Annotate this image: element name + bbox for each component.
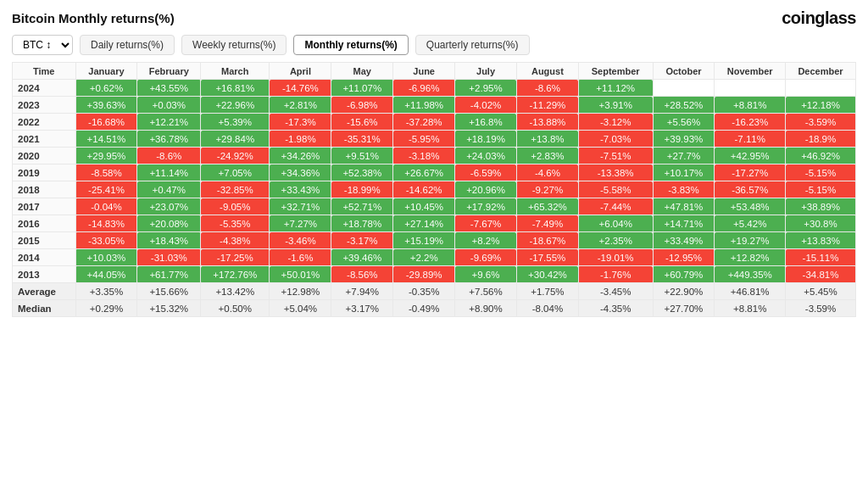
average-cell: +7.94% — [331, 283, 393, 300]
data-cell: +12.21% — [137, 114, 201, 131]
data-cell: +10.45% — [393, 198, 455, 215]
data-cell: +26.67% — [393, 164, 455, 181]
asset-selector[interactable]: BTC ↕ — [12, 35, 73, 55]
col-may: May — [331, 63, 393, 80]
data-cell: -31.03% — [137, 249, 201, 266]
data-cell: +10.03% — [75, 249, 137, 266]
average-cell: +12.98% — [270, 283, 331, 300]
data-cell: -5.95% — [393, 131, 455, 148]
header-row: Bitcoin Monthly returns(%) coinglass — [12, 8, 856, 28]
data-cell: +39.46% — [331, 249, 393, 266]
col-feb: February — [137, 63, 201, 80]
data-cell: +11.14% — [137, 164, 201, 181]
data-cell: -18.67% — [516, 232, 578, 249]
data-cell: +20.96% — [455, 181, 517, 198]
year-cell: 2023 — [13, 97, 76, 114]
data-cell: +29.84% — [201, 131, 270, 148]
col-nov: November — [715, 63, 786, 80]
data-cell: -1.6% — [270, 249, 331, 266]
data-cell: -3.12% — [578, 114, 653, 131]
table-row: 2024+0.62%+43.55%+16.81%-14.76%+11.07%-6… — [13, 80, 856, 97]
data-cell: -12.95% — [653, 249, 715, 266]
data-cell: -6.59% — [455, 164, 517, 181]
table-row: 2016-14.83%+20.08%-5.35%+7.27%+18.78%+27… — [13, 215, 856, 232]
data-cell: -8.6% — [137, 148, 201, 164]
year-cell: 2014 — [13, 249, 76, 266]
controls-row: BTC ↕ Daily returns(%) Weekly returns(%)… — [12, 35, 856, 55]
data-cell: +13.8% — [516, 131, 578, 148]
average-cell: +1.75% — [516, 283, 578, 300]
data-cell: +39.63% — [75, 97, 137, 114]
data-cell: -17.55% — [516, 249, 578, 266]
average-cell: +46.81% — [715, 283, 786, 300]
data-cell: +34.26% — [270, 148, 331, 164]
data-cell: -4.38% — [201, 232, 270, 249]
col-mar: March — [201, 63, 270, 80]
data-cell: +30.8% — [786, 215, 856, 232]
data-cell: +52.38% — [331, 164, 393, 181]
data-cell: +18.78% — [331, 215, 393, 232]
data-cell: -3.83% — [653, 181, 715, 198]
data-cell: -8.6% — [516, 80, 578, 97]
data-cell: +12.82% — [715, 249, 786, 266]
data-cell: -15.11% — [786, 249, 856, 266]
data-cell: +11.07% — [331, 80, 393, 97]
data-cell: +15.19% — [393, 232, 455, 249]
data-cell: -9.27% — [516, 181, 578, 198]
year-cell: 2021 — [13, 131, 76, 148]
data-cell: +0.62% — [75, 80, 137, 97]
data-cell: -6.98% — [331, 97, 393, 114]
data-cell: +60.79% — [653, 266, 715, 283]
year-cell: 2022 — [13, 114, 76, 131]
data-cell: -17.25% — [201, 249, 270, 266]
col-jan: January — [75, 63, 137, 80]
data-cell: +2.81% — [270, 97, 331, 114]
data-cell: -5.15% — [786, 181, 856, 198]
data-cell: -25.41% — [75, 181, 137, 198]
data-cell: +61.77% — [137, 266, 201, 283]
average-cell: +3.35% — [75, 283, 137, 300]
data-cell: +29.95% — [75, 148, 137, 164]
data-cell: +5.39% — [201, 114, 270, 131]
year-cell: 2017 — [13, 198, 76, 215]
table-header-row: Time January February March April May Ju… — [13, 63, 856, 80]
data-cell: +22.96% — [201, 97, 270, 114]
year-cell: 2024 — [13, 80, 76, 97]
data-cell: -5.58% — [578, 181, 653, 198]
year-cell: 2015 — [13, 232, 76, 249]
data-cell: +9.51% — [331, 148, 393, 164]
data-cell: -7.03% — [578, 131, 653, 148]
tab-monthly[interactable]: Monthly returns(%) — [293, 35, 408, 55]
data-cell: -37.28% — [393, 114, 455, 131]
data-cell: -9.69% — [455, 249, 517, 266]
data-cell: -35.31% — [331, 131, 393, 148]
data-cell: +16.81% — [201, 80, 270, 97]
average-row: Average+3.35%+15.66%+13.42%+12.98%+7.94%… — [13, 283, 856, 300]
col-jul: July — [455, 63, 517, 80]
data-cell: +38.89% — [786, 198, 856, 215]
data-cell: +2.83% — [516, 148, 578, 164]
median-cell: +0.29% — [75, 300, 137, 317]
data-cell: -17.27% — [715, 164, 786, 181]
data-cell: +24.03% — [455, 148, 517, 164]
data-cell: +0.47% — [137, 181, 201, 198]
data-cell: +14.51% — [75, 131, 137, 148]
median-cell: -0.49% — [393, 300, 455, 317]
data-cell: +14.71% — [653, 215, 715, 232]
tab-weekly[interactable]: Weekly returns(%) — [181, 35, 287, 55]
data-cell: +9.6% — [455, 266, 517, 283]
returns-table: Time January February March April May Ju… — [12, 62, 856, 317]
data-cell: +32.71% — [270, 198, 331, 215]
data-cell: +47.81% — [653, 198, 715, 215]
table-row: 2018-25.41%+0.47%-32.85%+33.43%-18.99%-1… — [13, 181, 856, 198]
data-cell: +0.03% — [137, 97, 201, 114]
data-cell: -8.56% — [331, 266, 393, 283]
data-cell: +13.83% — [786, 232, 856, 249]
data-cell: -0.04% — [75, 198, 137, 215]
data-cell: -3.59% — [786, 114, 856, 131]
data-cell: +28.52% — [653, 97, 715, 114]
average-cell: -3.45% — [578, 283, 653, 300]
tab-daily[interactable]: Daily returns(%) — [80, 35, 175, 55]
data-cell: +65.32% — [516, 198, 578, 215]
tab-quarterly[interactable]: Quarterly returns(%) — [415, 35, 530, 55]
